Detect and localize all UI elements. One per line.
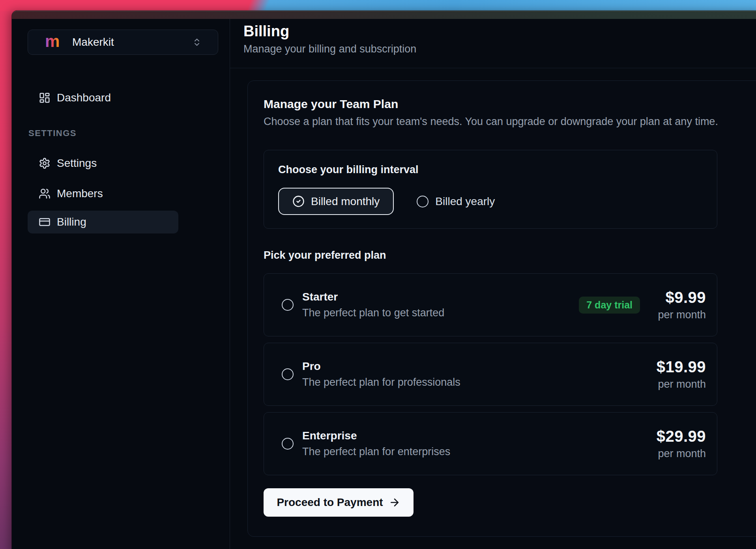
window-titlebar bbox=[12, 11, 756, 19]
settings-section-label: SETTINGS bbox=[28, 128, 218, 138]
radio-circle-icon[interactable] bbox=[282, 438, 294, 450]
billed-monthly-option[interactable]: Billed monthly bbox=[278, 188, 394, 215]
plan-name: Enterprise bbox=[302, 429, 450, 442]
app-window: m Makerkit Dashboard SETTINGS Settings M bbox=[12, 11, 756, 549]
proceed-to-payment-button[interactable]: Proceed to Payment bbox=[264, 488, 414, 517]
plan-price: $19.99 bbox=[653, 358, 706, 376]
desktop-wallpaper bbox=[0, 0, 756, 11]
plan-period: per month bbox=[653, 448, 706, 460]
dashboard-icon bbox=[39, 92, 51, 104]
plan-description: The perfect plan to get started bbox=[302, 307, 444, 319]
plan-price: $29.99 bbox=[653, 428, 706, 445]
radio-circle-icon bbox=[417, 196, 429, 207]
plans-section-label: Pick your preferred plan bbox=[264, 249, 756, 261]
sidebar-item-label: Members bbox=[57, 187, 103, 200]
gear-icon bbox=[39, 157, 51, 169]
credit-card-icon bbox=[39, 216, 51, 228]
trial-badge: 7 day trial bbox=[579, 297, 640, 314]
billed-monthly-label: Billed monthly bbox=[311, 195, 380, 208]
sidebar-item-settings[interactable]: Settings bbox=[28, 152, 218, 175]
plan-period: per month bbox=[653, 309, 706, 321]
radio-circle-icon[interactable] bbox=[282, 368, 294, 380]
sidebar-item-members[interactable]: Members bbox=[28, 182, 218, 205]
sidebar-item-label: Dashboard bbox=[57, 92, 111, 104]
card-title: Manage your Team Plan bbox=[264, 97, 756, 111]
team-plan-card: Manage your Team Plan Choose a plan that… bbox=[247, 80, 756, 537]
logo-letter: m bbox=[45, 34, 59, 50]
sidebar: m Makerkit Dashboard SETTINGS Settings M bbox=[12, 19, 230, 549]
check-circle-icon bbox=[292, 195, 305, 207]
plan-description: The perfect plan for professionals bbox=[302, 376, 460, 388]
page-header: Billing Manage your billing and subscrip… bbox=[230, 19, 756, 68]
billing-interval-options: Billed monthly Billed yearly bbox=[278, 188, 703, 215]
billed-yearly-label: Billed yearly bbox=[435, 195, 495, 208]
makerkit-logo-icon: m bbox=[45, 34, 59, 50]
sidebar-item-label: Settings bbox=[57, 157, 97, 170]
sidebar-item-label: Billing bbox=[57, 216, 86, 228]
billing-interval-label: Choose your billing interval bbox=[278, 164, 703, 176]
plan-row-enterprise[interactable]: Enterprise The perfect plan for enterpri… bbox=[264, 412, 717, 475]
sidebar-item-billing[interactable]: Billing bbox=[28, 211, 178, 233]
plan-name: Starter bbox=[302, 291, 444, 303]
plan-description: The perfect plan for enterprises bbox=[302, 446, 450, 458]
billed-yearly-option[interactable]: Billed yearly bbox=[417, 195, 495, 208]
billing-interval-box: Choose your billing interval Billed mont… bbox=[264, 150, 717, 229]
users-icon bbox=[39, 188, 51, 200]
radio-circle-icon[interactable] bbox=[282, 299, 294, 311]
plan-price: $9.99 bbox=[653, 289, 706, 306]
page-title: Billing bbox=[243, 23, 756, 40]
arrow-right-icon bbox=[389, 497, 400, 508]
main-content: Billing Manage your billing and subscrip… bbox=[230, 19, 756, 549]
sidebar-item-dashboard[interactable]: Dashboard bbox=[28, 86, 218, 109]
workspace-selector[interactable]: m Makerkit bbox=[28, 30, 218, 55]
proceed-to-payment-label: Proceed to Payment bbox=[277, 496, 383, 509]
plan-row-starter[interactable]: Starter The perfect plan to get started … bbox=[264, 273, 717, 336]
card-subtitle: Choose a plan that fits your team's need… bbox=[264, 116, 756, 128]
plan-row-pro[interactable]: Pro The perfect plan for professionals $… bbox=[264, 343, 717, 406]
page-subtitle: Manage your billing and subscription bbox=[243, 43, 756, 55]
workspace-name: Makerkit bbox=[72, 36, 114, 49]
chevrons-up-down-icon bbox=[192, 37, 202, 47]
plan-period: per month bbox=[653, 378, 706, 390]
plan-name: Pro bbox=[302, 360, 460, 373]
sidebar-nav: Dashboard SETTINGS Settings Members Bill… bbox=[28, 86, 218, 233]
